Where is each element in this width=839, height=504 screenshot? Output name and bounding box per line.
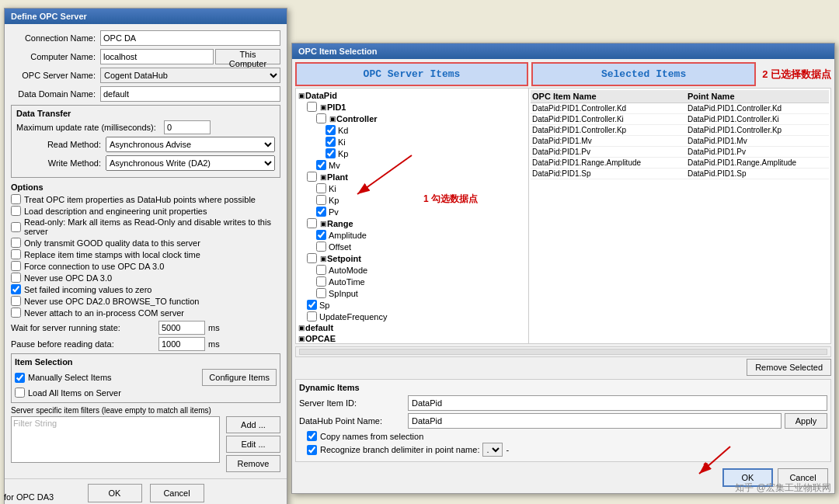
- tree-item-plant[interactable]: ▣ Plant: [307, 171, 527, 182]
- wait-input[interactable]: [158, 321, 205, 335]
- tree-item-default[interactable]: ▣ default: [298, 322, 527, 333]
- option-7-label: Set failed incoming values to zero: [24, 285, 151, 294]
- manually-select-check[interactable]: [15, 373, 25, 383]
- selected-item-4[interactable]: DataPid:PID1.Pv DataPid.PID1.Pv: [531, 147, 829, 158]
- opc-server-select[interactable]: Cogent DataHub: [100, 68, 280, 83]
- tree-item-pv[interactable]: Pv: [316, 206, 527, 217]
- this-computer-button[interactable]: This Computer: [215, 49, 280, 64]
- tree-item-kp[interactable]: Kp: [326, 148, 527, 159]
- check-offset[interactable]: [316, 242, 326, 252]
- write-method-select[interactable]: Asynchronous Write (DA2): [106, 155, 275, 171]
- option-9-check[interactable]: [11, 308, 21, 318]
- filter-placeholder: Filter String: [13, 419, 57, 428]
- expand-datapid[interactable]: ▣: [298, 92, 305, 99]
- option-6-check[interactable]: [11, 273, 21, 283]
- expand-pid1[interactable]: ▣: [319, 103, 327, 111]
- remove-button[interactable]: Remove: [226, 455, 280, 472]
- tree-item-offset[interactable]: Offset: [316, 241, 527, 252]
- check-plant-ki[interactable]: [316, 183, 326, 193]
- pause-input[interactable]: [158, 337, 205, 351]
- tree-item-automode[interactable]: AutoMode: [316, 264, 527, 276]
- expand-default[interactable]: ▣: [298, 324, 305, 332]
- tree-item-controller[interactable]: ▣ Controller: [316, 113, 527, 124]
- tree-item-updatefreq[interactable]: UpdateFrequency: [307, 311, 527, 322]
- datahub-point-input[interactable]: [408, 413, 782, 429]
- selected-item-6[interactable]: DataPid:PID1.Sp DataPid.PID1.Sp: [531, 169, 829, 179]
- tree-item-opcae[interactable]: ▣ OPCAE: [298, 333, 527, 343]
- check-spinput[interactable]: [316, 288, 326, 298]
- check-kp[interactable]: [326, 148, 336, 158]
- option-3-check[interactable]: [11, 238, 21, 248]
- option-4-check[interactable]: [11, 249, 21, 259]
- selected-item-2[interactable]: DataPid:PID1.Controller.Kp DataPid.PID1.…: [531, 125, 829, 136]
- tree-item-plant-kp[interactable]: Kp: [316, 194, 527, 206]
- check-automode[interactable]: [316, 265, 326, 275]
- expand-opcae[interactable]: ▣: [298, 335, 305, 342]
- tree-item-autotime[interactable]: AutoTime: [316, 276, 527, 287]
- check-pv[interactable]: [316, 207, 326, 217]
- option-8-check[interactable]: [11, 296, 21, 306]
- option-0-check[interactable]: [11, 194, 21, 204]
- tree-item-spinput[interactable]: SpInput: [316, 287, 527, 299]
- connection-name-input[interactable]: [100, 30, 280, 46]
- add-button[interactable]: Add ...: [226, 416, 280, 433]
- connection-name-label: Connection Name:: [11, 33, 100, 43]
- server-item-id-input[interactable]: [408, 395, 827, 411]
- tree-item-kd[interactable]: Kd: [326, 124, 527, 136]
- check-setpoint[interactable]: [307, 253, 317, 263]
- check-sp[interactable]: [307, 300, 317, 310]
- check-ki[interactable]: [326, 137, 336, 147]
- recognize-branch-check[interactable]: [307, 445, 317, 455]
- check-plant-kp[interactable]: [316, 195, 326, 205]
- computer-name-input[interactable]: [100, 49, 214, 64]
- selected-item-3[interactable]: DataPid:PID1.Mv DataPid.PID1.Mv: [531, 136, 829, 147]
- check-updatefreq[interactable]: [307, 311, 317, 322]
- horizontal-scrollbar[interactable]: [295, 346, 831, 357]
- wait-unit: ms: [208, 323, 220, 332]
- check-amplitude[interactable]: [316, 230, 326, 240]
- tree-panel[interactable]: ▣ DataPid ▣ PID1 ▣ Controller: [296, 89, 529, 343]
- options-title: Options: [11, 182, 280, 192]
- check-controller[interactable]: [316, 113, 326, 123]
- define-cancel-button[interactable]: Cancel: [150, 484, 204, 502]
- tree-item-pid1[interactable]: ▣ PID1: [307, 101, 527, 113]
- selected-item-0[interactable]: DataPid:PID1.Controller.Kd DataPid.PID1.…: [531, 103, 829, 114]
- option-3-label: Only transmit GOOD quality data to this …: [24, 238, 200, 248]
- tree-item-ki[interactable]: Ki: [326, 136, 527, 148]
- load-all-check[interactable]: [15, 388, 25, 398]
- check-range[interactable]: [307, 218, 317, 228]
- apply-button[interactable]: Apply: [785, 413, 827, 429]
- tree-item-setpoint[interactable]: ▣ Setpoint: [307, 252, 527, 264]
- edit-button[interactable]: Edit ...: [226, 436, 280, 453]
- option-7-check[interactable]: [11, 284, 21, 294]
- tree-item-datapid[interactable]: ▣ DataPid: [298, 90, 527, 101]
- selected-item-1[interactable]: DataPid:PID1.Controller.Ki DataPid.PID1.…: [531, 114, 829, 125]
- tree-item-sp[interactable]: Sp: [307, 299, 527, 311]
- check-mv[interactable]: [316, 160, 326, 170]
- check-autotime[interactable]: [316, 276, 326, 287]
- data-domain-input[interactable]: [100, 86, 280, 102]
- copy-names-check[interactable]: [307, 431, 317, 441]
- remove-selected-button[interactable]: Remove Selected: [747, 359, 831, 376]
- expand-setpoint[interactable]: ▣: [319, 255, 327, 262]
- check-kd[interactable]: [326, 125, 336, 135]
- option-2-check[interactable]: [11, 222, 21, 232]
- read-method-select[interactable]: Asynchronous Advise: [106, 137, 275, 152]
- tree-item-amplitude[interactable]: Amplitude: [316, 229, 527, 241]
- server-item-id-label: Server Item ID:: [299, 398, 408, 408]
- expand-controller[interactable]: ▣: [329, 115, 336, 123]
- expand-range[interactable]: ▣: [319, 220, 327, 228]
- option-5-check[interactable]: [11, 261, 21, 271]
- expand-plant[interactable]: ▣: [319, 173, 327, 181]
- max-update-input[interactable]: [164, 120, 211, 134]
- selected-item-5[interactable]: DataPid:PID1.Range.Amplitude DataPid.PID…: [531, 158, 829, 169]
- tree-item-mv[interactable]: Mv: [316, 159, 527, 171]
- tree-item-range[interactable]: ▣ Range: [307, 217, 527, 229]
- check-plant[interactable]: [307, 172, 317, 182]
- tree-item-plant-ki[interactable]: Ki: [316, 182, 527, 194]
- option-1-check[interactable]: [11, 206, 21, 216]
- delimiter-select[interactable]: . / -: [482, 443, 503, 457]
- configure-items-button[interactable]: Configure Items: [202, 369, 277, 386]
- check-pid1[interactable]: [307, 102, 317, 112]
- define-ok-button[interactable]: OK: [88, 484, 142, 502]
